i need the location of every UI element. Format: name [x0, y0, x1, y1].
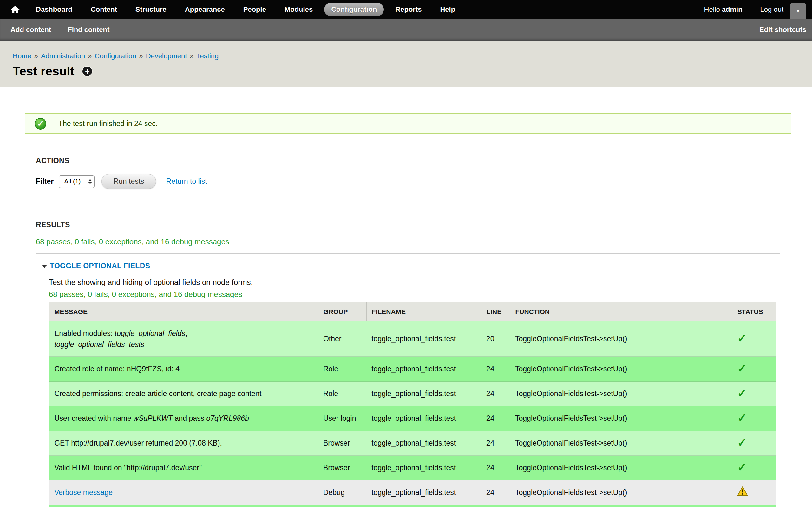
- filename-cell: toggle_optional_fields.test: [366, 406, 481, 431]
- edit-shortcuts-link[interactable]: Edit shortcuts: [759, 26, 806, 34]
- filename-cell: toggle_optional_fields.test: [366, 481, 481, 505]
- filename-cell: toggle_optional_fields.test: [366, 321, 481, 357]
- toolbar-item-dashboard[interactable]: Dashboard: [29, 3, 79, 16]
- chevron-down-icon: ▼: [796, 9, 801, 13]
- breadcrumb-link-administration[interactable]: Administration: [41, 52, 85, 60]
- results-legend: RESULTS: [36, 221, 780, 229]
- group-cell: Role: [318, 357, 366, 382]
- status-pass-icon: ✓: [737, 362, 747, 375]
- line-cell: [481, 505, 510, 507]
- actions-fieldset: ACTIONS Filter All (1) Run tests Return …: [25, 147, 791, 202]
- status-cell: ✓: [732, 357, 775, 382]
- column-header-filename: FILENAME: [366, 302, 481, 321]
- test-group-title: TOGGLE OPTIONAL FIELDS: [50, 262, 150, 270]
- breadcrumb-separator: »: [190, 52, 194, 60]
- filter-select-value: All (1): [59, 176, 86, 187]
- status-cell: [732, 505, 775, 507]
- line-cell: 20: [481, 321, 510, 357]
- breadcrumb-link-home[interactable]: Home: [13, 52, 32, 60]
- run-tests-button[interactable]: Run tests: [101, 174, 156, 189]
- function-cell: ToggleOptionalFieldsTest->setUp(): [510, 456, 732, 481]
- line-cell: 24: [481, 456, 510, 481]
- function-cell: ToggleOptionalFieldsTest->setUp(): [510, 406, 732, 431]
- add-shortcut-icon[interactable]: +: [83, 66, 92, 76]
- toolbar-right: Hello admin Log out: [704, 5, 783, 14]
- shortcut-item-find-content[interactable]: Find content: [67, 26, 109, 34]
- filter-select[interactable]: All (1): [59, 175, 95, 188]
- toolbar-item-modules[interactable]: Modules: [277, 3, 320, 16]
- message-text: Created role of name: nHQ9fFZS, id: 4: [54, 365, 180, 373]
- home-icon[interactable]: [10, 5, 20, 14]
- filename-cell: toggle_optional_fields.test: [366, 382, 481, 406]
- table-row: Enabled modules: toggle_optional_fields,…: [49, 321, 776, 357]
- column-header-group: GROUP: [318, 302, 366, 321]
- breadcrumb-link-development[interactable]: Development: [146, 52, 187, 60]
- status-pass-icon: ✓: [737, 461, 747, 474]
- toolbar-item-reports[interactable]: Reports: [388, 3, 428, 16]
- message-cell: Created permissions: create article cont…: [49, 382, 318, 406]
- table-row: User created with name wSuPLKWT and pass…: [49, 406, 776, 431]
- message-text: and pass: [172, 414, 206, 422]
- breadcrumb-link-testing[interactable]: Testing: [197, 52, 219, 60]
- toolbar-item-configuration[interactable]: Configuration: [324, 3, 384, 16]
- admin-toolbar: DashboardContentStructureAppearancePeopl…: [0, 0, 812, 19]
- verbose-message-link[interactable]: Verbose message: [54, 488, 113, 497]
- filename-cell: toggle_optional_fields.test: [366, 431, 481, 456]
- toolbar-item-help[interactable]: Help: [433, 3, 462, 16]
- function-cell: ToggleOptionalFieldsTest->setUp(): [510, 357, 732, 382]
- table-row: [49, 505, 776, 507]
- group-cell: User login: [318, 406, 366, 431]
- function-cell: ToggleOptionalFieldsTest->setUp(): [510, 431, 732, 456]
- breadcrumb-separator: »: [34, 52, 38, 60]
- message-text: Valid HTML found on "http://drupal7.dev/…: [54, 464, 202, 472]
- test-group-toggle[interactable]: TOGGLE OPTIONAL FIELDS: [42, 262, 770, 270]
- message-cell: [49, 505, 318, 507]
- message-text: GET http://drupal7.dev/user returned 200…: [54, 439, 222, 447]
- shortcut-item-add-content[interactable]: Add content: [10, 26, 51, 34]
- status-cell: ✓: [732, 406, 775, 431]
- function-cell: ToggleOptionalFieldsTest->setUp(): [510, 321, 732, 357]
- main-content: ✓ The test run finished in 24 sec. ACTIO…: [0, 87, 812, 507]
- message-text: Enabled modules:: [54, 329, 115, 337]
- message-text: User created with name: [54, 414, 133, 422]
- message-cell: Created role of name: nHQ9fFZS, id: 4: [49, 357, 318, 382]
- status-cell: ✓: [732, 321, 775, 357]
- logout-link[interactable]: Log out: [760, 5, 783, 14]
- group-cell: Debug: [318, 481, 366, 505]
- page-title-text: Test result: [13, 65, 74, 78]
- filter-label: Filter: [36, 177, 54, 186]
- message-emphasis: o7qYRL986b: [206, 414, 249, 422]
- table-row: Created role of name: nHQ9fFZS, id: 4Rol…: [49, 357, 776, 382]
- header-row: MESSAGEGROUPFILENAMELINEFUNCTIONSTATUS: [49, 302, 776, 321]
- toolbar-drawer-toggle[interactable]: ▼: [790, 3, 806, 19]
- status-cell: [732, 481, 775, 505]
- breadcrumb-separator: »: [139, 52, 143, 60]
- results-table: MESSAGEGROUPFILENAMELINEFUNCTIONSTATUS E…: [49, 302, 776, 507]
- toolbar-item-structure[interactable]: Structure: [129, 3, 173, 16]
- toolbar-item-appearance[interactable]: Appearance: [178, 3, 232, 16]
- breadcrumb-link-configuration[interactable]: Configuration: [95, 52, 136, 60]
- status-message-text: The test run finished in 24 sec.: [58, 119, 158, 128]
- greeting-prefix: Hello: [704, 5, 720, 13]
- shortcut-items: Add contentFind content: [10, 26, 109, 34]
- message-cell: User created with name wSuPLKWT and pass…: [49, 406, 318, 431]
- function-cell: ToggleOptionalFieldsTest->setUp(): [510, 382, 732, 406]
- table-row: Verbose messageDebugtoggle_optional_fiel…: [49, 481, 776, 505]
- actions-legend: ACTIONS: [36, 157, 780, 165]
- actions-row: Filter All (1) Run tests Return to list: [36, 174, 780, 189]
- group-cell: Browser: [318, 456, 366, 481]
- toolbar-item-people[interactable]: People: [236, 3, 273, 16]
- function-cell: ToggleOptionalFieldsTest->setUp(): [510, 481, 732, 505]
- toolbar-menu: DashboardContentStructureAppearancePeopl…: [29, 3, 462, 16]
- status-pass-icon: ✓: [737, 387, 747, 400]
- breadcrumb: Home»Administration»Configuration»Develo…: [13, 52, 799, 60]
- toolbar-item-content[interactable]: Content: [84, 3, 124, 16]
- column-header-status: STATUS: [732, 302, 775, 321]
- message-text: ,: [185, 329, 187, 337]
- table-row: GET http://drupal7.dev/user returned 200…: [49, 431, 776, 456]
- return-to-list-link[interactable]: Return to list: [166, 177, 207, 186]
- status-pass-icon: ✓: [737, 332, 747, 345]
- page-header: Home»Administration»Configuration»Develo…: [0, 41, 812, 87]
- message-emphasis: wSuPLKWT: [133, 414, 172, 422]
- user-greeting[interactable]: Hello admin: [704, 5, 743, 14]
